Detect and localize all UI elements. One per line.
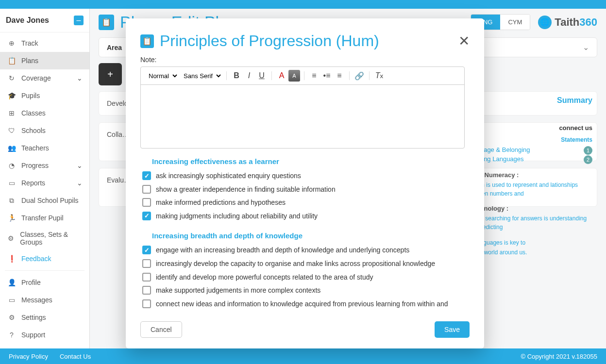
check-row: show a greater independence in finding s… bbox=[140, 183, 465, 197]
checkbox[interactable] bbox=[142, 299, 151, 308]
check-label: identify and develop more powerful conce… bbox=[156, 273, 373, 282]
section2-title: Increasing breadth and depth of knowledg… bbox=[152, 232, 465, 240]
paragraph-style-select[interactable]: Normal bbox=[145, 71, 179, 81]
text-color-button[interactable]: A bbox=[276, 70, 287, 82]
modal-header: 📋 Principles of Progression (Hum) ✕ bbox=[140, 32, 470, 50]
highlight-button[interactable]: A bbox=[288, 70, 300, 82]
check-label: increasingly develop the capacity to org… bbox=[156, 259, 435, 269]
editor-toolbar: Normal Sans Serif B I U A A ≡ •≡ ≡ 🔗 Tx bbox=[141, 67, 464, 85]
note-editor: Normal Sans Serif B I U A A ≡ •≡ ≡ 🔗 Tx bbox=[140, 66, 465, 149]
progression-modal: 📋 Principles of Progression (Hum) ✕ Note… bbox=[126, 18, 484, 348]
check-label: make supported judgements in more comple… bbox=[156, 286, 320, 296]
bold-button[interactable]: B bbox=[231, 70, 242, 82]
toolbar-sep bbox=[226, 71, 227, 80]
underline-button[interactable]: U bbox=[256, 70, 268, 82]
checkbox[interactable] bbox=[142, 286, 151, 295]
check-row: make informed predictions and hypotheses bbox=[140, 196, 465, 210]
toolbar-sep bbox=[349, 71, 350, 80]
check-label: connect new ideas and information to kno… bbox=[156, 299, 465, 310]
checkbox[interactable] bbox=[142, 212, 151, 220]
section2-checklist: engage with an increasing breadth and de… bbox=[140, 244, 465, 310]
check-row: make supported judgements in more comple… bbox=[140, 284, 465, 298]
check-row: identify and develop more powerful conce… bbox=[140, 271, 465, 284]
checkbox[interactable] bbox=[142, 198, 151, 207]
bullet-list-button[interactable]: •≡ bbox=[321, 70, 333, 82]
check-label: making judgments including about reliabi… bbox=[156, 212, 318, 221]
check-row: connect new ideas and information to kno… bbox=[140, 298, 465, 310]
link-button[interactable]: 🔗 bbox=[354, 70, 365, 82]
check-row: ask increasingly sophisticated enquiry q… bbox=[140, 169, 465, 183]
toolbar-sep bbox=[304, 71, 304, 80]
checkbox[interactable] bbox=[142, 273, 151, 281]
checkbox[interactable] bbox=[142, 171, 151, 180]
italic-button[interactable]: I bbox=[243, 70, 255, 82]
toolbar-sep bbox=[271, 71, 272, 80]
checkbox[interactable] bbox=[142, 185, 151, 194]
section1-checklist: ask increasingly sophisticated enquiry q… bbox=[140, 169, 465, 223]
note-label: Note: bbox=[140, 56, 465, 64]
check-label: engage with an increasing breadth and de… bbox=[156, 246, 409, 255]
modal-footer: Cancel Save bbox=[140, 321, 470, 338]
modal-scroll-area[interactable]: Note: Normal Sans Serif B I U A A ≡ •≡ ≡… bbox=[140, 56, 470, 310]
modal-title: Principles of Progression (Hum) bbox=[160, 32, 379, 50]
align-button[interactable]: ≡ bbox=[334, 70, 345, 82]
toolbar-sep bbox=[369, 71, 370, 80]
checkbox[interactable] bbox=[142, 259, 151, 268]
ordered-list-button[interactable]: ≡ bbox=[308, 70, 320, 82]
save-button[interactable]: Save bbox=[435, 321, 470, 338]
check-row: making judgments including about reliabi… bbox=[140, 210, 465, 223]
font-family-select[interactable]: Sans Serif bbox=[180, 71, 222, 81]
cancel-button[interactable]: Cancel bbox=[140, 321, 182, 338]
check-row: engage with an increasing breadth and de… bbox=[140, 244, 465, 257]
checkbox[interactable] bbox=[142, 246, 151, 254]
clipboard-icon: 📋 bbox=[140, 34, 154, 48]
note-textarea[interactable] bbox=[141, 85, 464, 148]
check-label: show a greater independence in finding s… bbox=[156, 185, 336, 195]
section1-title: Increasing effectiveness as a learner bbox=[152, 157, 465, 165]
check-row: increasingly develop the capacity to org… bbox=[140, 257, 465, 271]
close-icon[interactable]: ✕ bbox=[458, 34, 470, 48]
check-label: ask increasingly sophisticated enquiry q… bbox=[156, 171, 301, 181]
check-label: make informed predictions and hypotheses bbox=[156, 198, 286, 208]
clear-format-button[interactable]: Tx bbox=[373, 70, 385, 82]
